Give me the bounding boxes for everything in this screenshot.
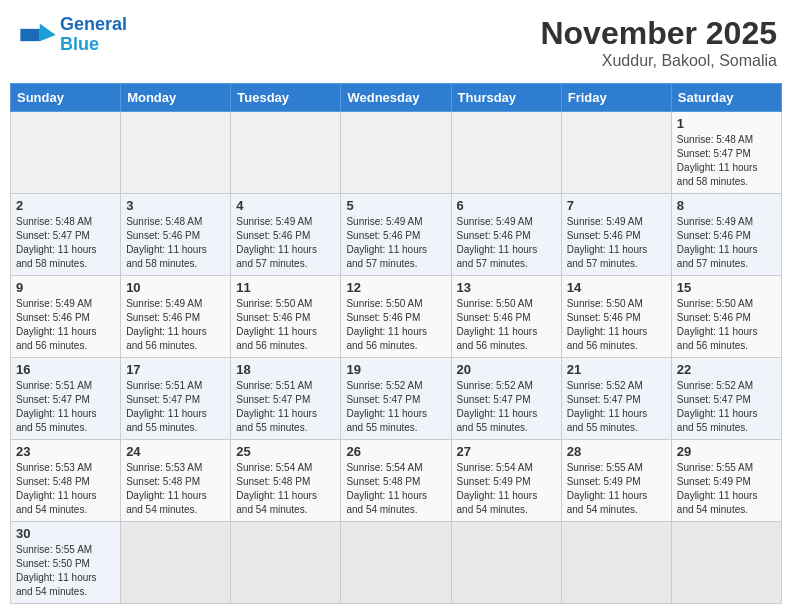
col-tuesday: Tuesday (231, 84, 341, 112)
day-info: Sunrise: 5:48 AM Sunset: 5:47 PM Dayligh… (16, 215, 115, 271)
day-info: Sunrise: 5:54 AM Sunset: 5:49 PM Dayligh… (457, 461, 556, 517)
table-row: 18Sunrise: 5:51 AM Sunset: 5:47 PM Dayli… (231, 358, 341, 440)
day-info: Sunrise: 5:52 AM Sunset: 5:47 PM Dayligh… (457, 379, 556, 435)
table-row: 13Sunrise: 5:50 AM Sunset: 5:46 PM Dayli… (451, 276, 561, 358)
table-row (121, 522, 231, 604)
day-number: 21 (567, 362, 666, 377)
table-row (671, 522, 781, 604)
table-row: 9Sunrise: 5:49 AM Sunset: 5:46 PM Daylig… (11, 276, 121, 358)
table-row (121, 112, 231, 194)
day-number: 12 (346, 280, 445, 295)
table-row: 12Sunrise: 5:50 AM Sunset: 5:46 PM Dayli… (341, 276, 451, 358)
table-row: 5Sunrise: 5:49 AM Sunset: 5:46 PM Daylig… (341, 194, 451, 276)
calendar-week-row: 23Sunrise: 5:53 AM Sunset: 5:48 PM Dayli… (11, 440, 782, 522)
table-row: 23Sunrise: 5:53 AM Sunset: 5:48 PM Dayli… (11, 440, 121, 522)
day-info: Sunrise: 5:49 AM Sunset: 5:46 PM Dayligh… (346, 215, 445, 271)
logo-blue-text: Blue (60, 34, 99, 54)
calendar-week-row: 30Sunrise: 5:55 AM Sunset: 5:50 PM Dayli… (11, 522, 782, 604)
table-row: 6Sunrise: 5:49 AM Sunset: 5:46 PM Daylig… (451, 194, 561, 276)
day-info: Sunrise: 5:54 AM Sunset: 5:48 PM Dayligh… (346, 461, 445, 517)
day-number: 6 (457, 198, 556, 213)
day-number: 5 (346, 198, 445, 213)
logo-text: General Blue (60, 15, 127, 55)
day-info: Sunrise: 5:48 AM Sunset: 5:46 PM Dayligh… (126, 215, 225, 271)
calendar-week-row: 1Sunrise: 5:48 AM Sunset: 5:47 PM Daylig… (11, 112, 782, 194)
calendar-header-row: Sunday Monday Tuesday Wednesday Thursday… (11, 84, 782, 112)
day-info: Sunrise: 5:53 AM Sunset: 5:48 PM Dayligh… (126, 461, 225, 517)
day-number: 17 (126, 362, 225, 377)
table-row: 24Sunrise: 5:53 AM Sunset: 5:48 PM Dayli… (121, 440, 231, 522)
table-row (11, 112, 121, 194)
location-title: Xuddur, Bakool, Somalia (540, 52, 777, 70)
day-info: Sunrise: 5:49 AM Sunset: 5:46 PM Dayligh… (126, 297, 225, 353)
day-number: 29 (677, 444, 776, 459)
table-row: 26Sunrise: 5:54 AM Sunset: 5:48 PM Dayli… (341, 440, 451, 522)
day-number: 2 (16, 198, 115, 213)
table-row (231, 112, 341, 194)
day-number: 25 (236, 444, 335, 459)
day-info: Sunrise: 5:52 AM Sunset: 5:47 PM Dayligh… (346, 379, 445, 435)
day-info: Sunrise: 5:49 AM Sunset: 5:46 PM Dayligh… (567, 215, 666, 271)
calendar-week-row: 9Sunrise: 5:49 AM Sunset: 5:46 PM Daylig… (11, 276, 782, 358)
table-row: 10Sunrise: 5:49 AM Sunset: 5:46 PM Dayli… (121, 276, 231, 358)
day-info: Sunrise: 5:54 AM Sunset: 5:48 PM Dayligh… (236, 461, 335, 517)
day-number: 28 (567, 444, 666, 459)
day-info: Sunrise: 5:50 AM Sunset: 5:46 PM Dayligh… (677, 297, 776, 353)
table-row: 4Sunrise: 5:49 AM Sunset: 5:46 PM Daylig… (231, 194, 341, 276)
table-row: 3Sunrise: 5:48 AM Sunset: 5:46 PM Daylig… (121, 194, 231, 276)
table-row: 17Sunrise: 5:51 AM Sunset: 5:47 PM Dayli… (121, 358, 231, 440)
day-number: 18 (236, 362, 335, 377)
col-saturday: Saturday (671, 84, 781, 112)
logo-icon (20, 20, 56, 50)
table-row: 2Sunrise: 5:48 AM Sunset: 5:47 PM Daylig… (11, 194, 121, 276)
day-info: Sunrise: 5:52 AM Sunset: 5:47 PM Dayligh… (677, 379, 776, 435)
day-number: 19 (346, 362, 445, 377)
day-info: Sunrise: 5:49 AM Sunset: 5:46 PM Dayligh… (16, 297, 115, 353)
day-number: 9 (16, 280, 115, 295)
day-info: Sunrise: 5:51 AM Sunset: 5:47 PM Dayligh… (16, 379, 115, 435)
table-row: 16Sunrise: 5:51 AM Sunset: 5:47 PM Dayli… (11, 358, 121, 440)
col-sunday: Sunday (11, 84, 121, 112)
day-info: Sunrise: 5:51 AM Sunset: 5:47 PM Dayligh… (126, 379, 225, 435)
day-info: Sunrise: 5:52 AM Sunset: 5:47 PM Dayligh… (567, 379, 666, 435)
table-row: 15Sunrise: 5:50 AM Sunset: 5:46 PM Dayli… (671, 276, 781, 358)
day-info: Sunrise: 5:50 AM Sunset: 5:46 PM Dayligh… (236, 297, 335, 353)
table-row (231, 522, 341, 604)
day-number: 4 (236, 198, 335, 213)
table-row: 21Sunrise: 5:52 AM Sunset: 5:47 PM Dayli… (561, 358, 671, 440)
calendar-table: Sunday Monday Tuesday Wednesday Thursday… (10, 83, 782, 604)
table-row: 27Sunrise: 5:54 AM Sunset: 5:49 PM Dayli… (451, 440, 561, 522)
day-number: 14 (567, 280, 666, 295)
day-info: Sunrise: 5:55 AM Sunset: 5:49 PM Dayligh… (567, 461, 666, 517)
day-number: 26 (346, 444, 445, 459)
day-number: 1 (677, 116, 776, 131)
day-number: 13 (457, 280, 556, 295)
col-friday: Friday (561, 84, 671, 112)
table-row (451, 112, 561, 194)
day-number: 20 (457, 362, 556, 377)
day-number: 24 (126, 444, 225, 459)
logo: General Blue (20, 15, 127, 55)
day-info: Sunrise: 5:55 AM Sunset: 5:50 PM Dayligh… (16, 543, 115, 599)
month-title: November 2025 (540, 15, 777, 52)
table-row: 14Sunrise: 5:50 AM Sunset: 5:46 PM Dayli… (561, 276, 671, 358)
col-wednesday: Wednesday (341, 84, 451, 112)
table-row: 1Sunrise: 5:48 AM Sunset: 5:47 PM Daylig… (671, 112, 781, 194)
table-row: 25Sunrise: 5:54 AM Sunset: 5:48 PM Dayli… (231, 440, 341, 522)
table-row (341, 112, 451, 194)
logo-general-text: General (60, 14, 127, 34)
table-row (451, 522, 561, 604)
day-info: Sunrise: 5:50 AM Sunset: 5:46 PM Dayligh… (346, 297, 445, 353)
day-number: 7 (567, 198, 666, 213)
day-number: 15 (677, 280, 776, 295)
day-number: 22 (677, 362, 776, 377)
day-number: 27 (457, 444, 556, 459)
table-row: 11Sunrise: 5:50 AM Sunset: 5:46 PM Dayli… (231, 276, 341, 358)
col-thursday: Thursday (451, 84, 561, 112)
page-header: General Blue November 2025 Xuddur, Bakoo… (10, 10, 782, 75)
day-info: Sunrise: 5:48 AM Sunset: 5:47 PM Dayligh… (677, 133, 776, 189)
day-info: Sunrise: 5:49 AM Sunset: 5:46 PM Dayligh… (457, 215, 556, 271)
table-row: 22Sunrise: 5:52 AM Sunset: 5:47 PM Dayli… (671, 358, 781, 440)
day-number: 23 (16, 444, 115, 459)
table-row: 8Sunrise: 5:49 AM Sunset: 5:46 PM Daylig… (671, 194, 781, 276)
